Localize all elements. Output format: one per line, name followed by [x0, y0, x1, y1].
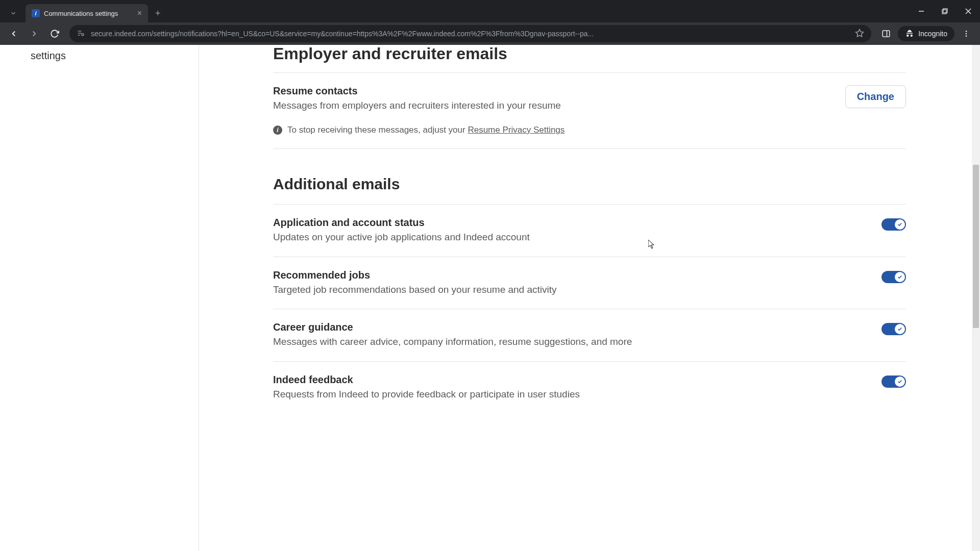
incognito-label: Incognito: [918, 30, 947, 38]
incognito-badge[interactable]: Incognito: [898, 26, 954, 41]
url-text: secure.indeed.com/settings/notifications…: [91, 30, 849, 38]
svg-rect-2: [943, 9, 947, 13]
svg-point-8: [82, 33, 84, 35]
tab-title: Communications settings: [44, 10, 133, 17]
site-info-icon[interactable]: [77, 29, 85, 39]
new-tab-button[interactable]: +: [148, 4, 168, 22]
maximize-button[interactable]: [933, 1, 957, 21]
close-window-button[interactable]: [957, 1, 980, 21]
browser-toolbar: secure.indeed.com/settings/notifications…: [0, 22, 980, 45]
tab-search-dropdown[interactable]: [4, 4, 22, 22]
browser-chrome: i Communications settings × + s: [0, 0, 980, 45]
incognito-icon: [905, 29, 914, 38]
svg-point-12: [966, 31, 967, 32]
svg-point-14: [966, 35, 967, 37]
reload-button[interactable]: [46, 25, 63, 42]
bookmark-icon[interactable]: [855, 29, 864, 39]
svg-rect-10: [883, 31, 890, 37]
svg-rect-1: [942, 10, 946, 14]
tab-favicon-icon: i: [32, 9, 40, 17]
section-header-employer: Employer and recruiter emails: [273, 44, 906, 45]
window-controls: [910, 0, 980, 22]
svg-point-13: [966, 33, 967, 35]
browser-menu-button[interactable]: [958, 25, 975, 42]
side-panel-button[interactable]: [877, 25, 895, 42]
address-bar[interactable]: secure.indeed.com/settings/notifications…: [69, 25, 871, 42]
back-button[interactable]: [5, 25, 22, 42]
tab-bar: i Communications settings × +: [0, 0, 980, 22]
minimize-button[interactable]: [910, 1, 933, 21]
forward-button[interactable]: [26, 25, 43, 42]
svg-marker-9: [856, 29, 864, 36]
tab-close-icon[interactable]: ×: [137, 9, 142, 18]
browser-tab[interactable]: i Communications settings ×: [26, 4, 148, 22]
